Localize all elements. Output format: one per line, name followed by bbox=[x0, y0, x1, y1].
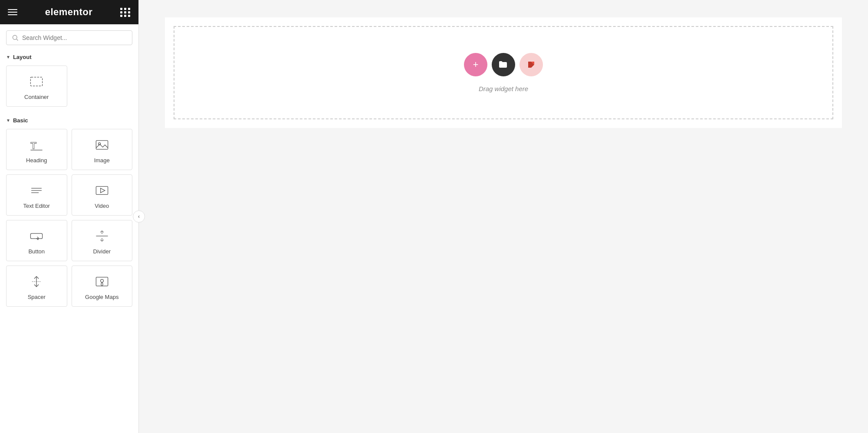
elementor-logo: elementor bbox=[45, 7, 93, 18]
svg-rect-2 bbox=[31, 77, 43, 86]
text-editor-icon bbox=[29, 183, 44, 198]
divider-icon bbox=[94, 228, 110, 244]
add-widget-button[interactable]: + bbox=[464, 53, 487, 76]
svg-point-17 bbox=[100, 279, 103, 282]
layout-widgets-grid: Container bbox=[0, 64, 138, 113]
sidebar: elementor bbox=[0, 0, 139, 433]
text-editor-label: Text Editor bbox=[23, 203, 50, 209]
svg-rect-5 bbox=[96, 141, 108, 149]
main-canvas: + Drag widget here bbox=[139, 0, 868, 433]
canvas-area: + Drag widget here bbox=[165, 17, 842, 128]
divider-label: Divider bbox=[93, 248, 111, 255]
button-label: Button bbox=[28, 248, 45, 255]
svg-rect-10 bbox=[96, 187, 108, 195]
image-label: Image bbox=[94, 157, 110, 164]
news-logo-icon bbox=[525, 59, 537, 71]
search-container bbox=[0, 24, 138, 49]
basic-section-label: Basic bbox=[13, 117, 28, 124]
svg-rect-12 bbox=[31, 233, 43, 239]
image-icon bbox=[94, 137, 110, 153]
spacer-label: Spacer bbox=[28, 294, 46, 300]
svg-marker-11 bbox=[100, 188, 105, 193]
news-button[interactable] bbox=[519, 53, 543, 76]
widget-card-button[interactable]: Button bbox=[6, 220, 67, 261]
drop-action-buttons: + bbox=[464, 53, 543, 76]
heading-label: Heading bbox=[26, 157, 47, 164]
widget-card-heading[interactable]: T Heading bbox=[6, 129, 67, 170]
svg-rect-16 bbox=[96, 277, 108, 286]
drag-hint-text: Drag widget here bbox=[479, 85, 528, 92]
google-maps-label: Google Maps bbox=[85, 294, 118, 300]
svg-text:T: T bbox=[31, 140, 37, 151]
sidebar-header: elementor bbox=[0, 0, 138, 24]
widget-card-divider[interactable]: Divider bbox=[72, 220, 133, 261]
widget-card-container[interactable]: Container bbox=[6, 66, 67, 107]
basic-section-toggle[interactable]: ▼ Basic bbox=[0, 113, 138, 127]
widget-card-video[interactable]: Video bbox=[72, 174, 133, 216]
layout-section-toggle[interactable]: ▼ Layout bbox=[0, 49, 138, 64]
heading-icon: T bbox=[29, 137, 44, 153]
svg-point-0 bbox=[13, 35, 17, 39]
video-label: Video bbox=[95, 203, 109, 209]
layout-section-label: Layout bbox=[13, 54, 32, 60]
widget-card-text-editor[interactable]: Text Editor bbox=[6, 174, 67, 216]
widget-card-spacer[interactable]: Spacer bbox=[6, 266, 67, 307]
google-maps-icon bbox=[94, 274, 110, 289]
basic-widgets-grid: T Heading Image bbox=[0, 127, 138, 313]
search-icon bbox=[12, 34, 19, 41]
hamburger-menu-button[interactable] bbox=[8, 9, 17, 15]
search-input[interactable] bbox=[22, 34, 127, 41]
widget-card-image[interactable]: Image bbox=[72, 129, 133, 170]
drop-zone[interactable]: + Drag widget here bbox=[174, 26, 833, 119]
button-icon bbox=[29, 228, 44, 244]
apps-grid-button[interactable] bbox=[120, 8, 131, 17]
search-wrapper bbox=[6, 30, 132, 45]
folder-button[interactable] bbox=[492, 53, 515, 76]
sidebar-collapse-button[interactable]: ‹ bbox=[133, 210, 145, 223]
spacer-icon bbox=[29, 274, 44, 289]
basic-chevron-icon: ▼ bbox=[6, 118, 10, 123]
widget-card-google-maps[interactable]: Google Maps bbox=[72, 266, 133, 307]
container-icon bbox=[29, 74, 44, 89]
svg-line-1 bbox=[16, 39, 18, 41]
video-icon bbox=[94, 183, 110, 198]
layout-chevron-icon: ▼ bbox=[6, 55, 10, 59]
container-label: Container bbox=[24, 94, 49, 100]
